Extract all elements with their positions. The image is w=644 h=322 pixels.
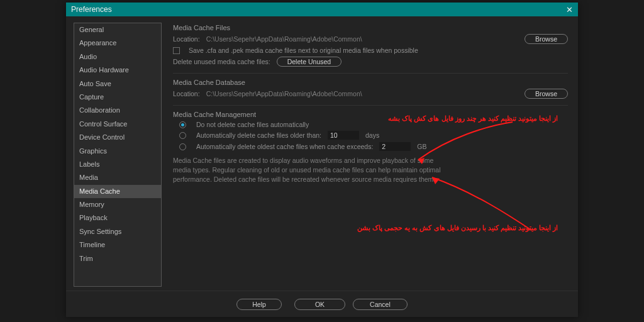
radio-delete-days-label: Automatically delete cache files older t… — [196, 131, 321, 139]
dialog-body: GeneralAppearanceAudioAudio HardwareAuto… — [66, 16, 578, 291]
location-label: Location: — [173, 35, 200, 43]
dialog-footer: Help OK Cancel — [66, 291, 578, 317]
cache-files-path: C:\Users\Sepehr\AppData\Roaming\Adobe\Co… — [206, 35, 362, 43]
sidebar-item-general[interactable]: General — [74, 23, 161, 36]
size-unit: GB — [417, 143, 426, 150]
radio-delete-days[interactable] — [179, 132, 186, 139]
content-pane: Media Cache Files Location: C:\Users\Sep… — [173, 23, 570, 287]
sidebar-item-graphics[interactable]: Graphics — [74, 145, 161, 158]
sidebar-item-collaboration[interactable]: Collaboration — [74, 104, 161, 117]
save-next-checkbox[interactable] — [173, 47, 180, 54]
sidebar-item-audio-hardware[interactable]: Audio Hardware — [74, 64, 161, 77]
sidebar-item-timeline[interactable]: Timeline — [74, 238, 161, 252]
preferences-dialog: Preferences ✕ GeneralAppearanceAudioAudi… — [66, 3, 578, 317]
divider — [173, 73, 568, 74]
sidebar-item-capture[interactable]: Capture — [74, 91, 161, 104]
location-label-db: Location: — [173, 90, 200, 97]
sidebar-item-memory[interactable]: Memory — [74, 198, 161, 211]
sidebar-item-audio[interactable]: Audio — [74, 50, 161, 64]
days-input[interactable] — [328, 131, 359, 140]
close-icon[interactable]: ✕ — [566, 5, 573, 14]
ok-button[interactable]: OK — [294, 299, 345, 310]
sidebar-item-device-control[interactable]: Device Control — [74, 131, 161, 144]
days-unit: days — [365, 131, 379, 139]
help-button[interactable]: Help — [236, 299, 282, 310]
browse-button-cache-files[interactable]: Browse — [525, 34, 568, 44]
annotation-size: از اینجا میتونید تنظیم کنید با رسیدن فای… — [357, 224, 558, 232]
cancel-button[interactable]: Cancel — [353, 299, 408, 310]
sidebar-item-media[interactable]: Media — [74, 171, 161, 184]
section-heading-cache-db: Media Cache Database — [173, 79, 568, 86]
sidebar-item-control-surface[interactable]: Control Surface — [74, 118, 161, 131]
sidebar-item-appearance[interactable]: Appearance — [74, 36, 161, 50]
cache-db-path: C:\Users\Sepehr\AppData\Roaming\Adobe\Co… — [206, 90, 362, 97]
cache-help-text: Media Cache files are created to display… — [173, 156, 443, 185]
category-sidebar: GeneralAppearanceAudioAudio HardwareAuto… — [74, 23, 162, 287]
delete-unused-label: Delete unused media cache files: — [173, 58, 270, 65]
radio-no-delete[interactable] — [179, 121, 186, 128]
section-heading-cache-files: Media Cache Files — [173, 24, 568, 31]
size-input[interactable] — [379, 142, 411, 151]
radio-no-delete-label: Do not delete cache files automatically — [196, 121, 309, 128]
dialog-title: Preferences — [71, 5, 112, 14]
annotation-days: از اینجا میتونید تنظیم کنید هر چند روز ف… — [388, 114, 558, 123]
divider — [173, 105, 568, 106]
titlebar: Preferences ✕ — [66, 3, 578, 16]
sidebar-item-trim[interactable]: Trim — [74, 252, 161, 265]
radio-delete-size-label: Automatically delete oldest cache files … — [196, 143, 373, 150]
delete-unused-button[interactable]: Delete Unused — [277, 57, 341, 67]
sidebar-item-playback[interactable]: Playback — [74, 211, 161, 225]
sidebar-item-labels[interactable]: Labels — [74, 158, 161, 171]
save-next-label: Save .cfa and .pek media cache files nex… — [189, 47, 418, 54]
sidebar-item-auto-save[interactable]: Auto Save — [74, 77, 161, 91]
radio-delete-size[interactable] — [179, 143, 186, 150]
sidebar-item-media-cache[interactable]: Media Cache — [74, 185, 161, 198]
sidebar-item-sync-settings[interactable]: Sync Settings — [74, 225, 161, 238]
browse-button-cache-db[interactable]: Browse — [525, 89, 568, 99]
